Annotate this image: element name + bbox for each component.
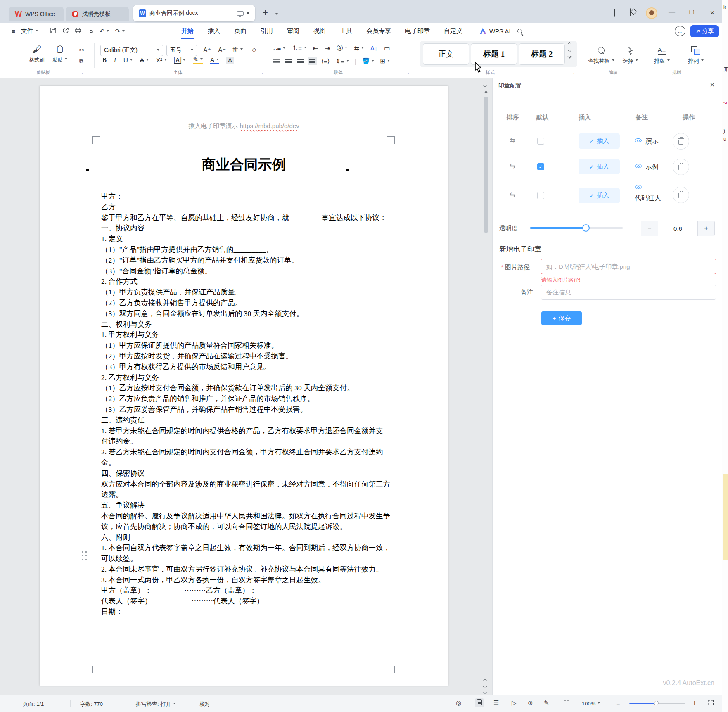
font-dialog-launcher[interactable]: ⌟ (261, 71, 263, 75)
strikethrough-button[interactable]: A (140, 57, 149, 64)
shading-icon[interactable]: 🪣 (362, 57, 375, 65)
tab-insert[interactable]: 插入 (201, 24, 227, 38)
3d-box-icon[interactable] (630, 9, 631, 16)
clear-format-icon[interactable]: ◇ (252, 46, 256, 53)
proofread-button[interactable]: 校对 (199, 700, 210, 708)
clipboard-dialog-launcher[interactable]: ⌟ (81, 71, 83, 75)
print-icon[interactable] (75, 27, 81, 35)
tab-eseal[interactable]: 电子印章 (398, 24, 437, 38)
doc-body[interactable]: 甲方：_________ 乙方：_________ 鉴于甲方和乙方在平等、自愿的… (101, 191, 403, 617)
save-button[interactable]: + 保存 (541, 311, 582, 325)
text-effects-icon[interactable]: 🄰 (174, 57, 186, 64)
font-size-select[interactable]: 五号 (166, 45, 197, 56)
print-preview-icon[interactable] (87, 27, 94, 35)
tab-member[interactable]: 会员专享 (359, 24, 398, 38)
tab-docer-templates[interactable]: 找稻壳模板 (66, 7, 129, 21)
style-normal[interactable]: 正文 (423, 43, 469, 65)
default-checkbox[interactable] (537, 138, 544, 145)
zoom-slider-thumb[interactable] (654, 701, 659, 705)
maximize-button[interactable]: ▢ (686, 8, 697, 15)
wps-ai-button[interactable]: WPS AI (480, 28, 511, 35)
note-input[interactable] (541, 285, 716, 300)
numbered-list-icon[interactable]: ⒈≡ (292, 44, 306, 52)
zoom-out-button[interactable]: − (616, 700, 620, 708)
transparency-value[interactable]: 0.6 (658, 221, 698, 236)
font-name-select[interactable]: Calibri (正文) (100, 45, 163, 56)
new-tab-button[interactable]: + (263, 7, 268, 18)
style-scroll-up-icon[interactable] (568, 42, 572, 46)
user-avatar[interactable] (646, 7, 657, 19)
reorder-icon[interactable]: ⇆ (508, 162, 517, 170)
increase-indent-icon[interactable]: ⇥ (325, 45, 330, 52)
delete-seal-button[interactable] (673, 133, 689, 150)
page-view-icon[interactable] (475, 698, 484, 707)
spellcheck-toggle[interactable]: 拼写检查: 打开 (136, 700, 175, 708)
save-icon[interactable] (50, 27, 57, 35)
bold-button[interactable]: B (102, 57, 107, 64)
reorder-icon[interactable]: ⇆ (508, 191, 517, 199)
slider-thumb[interactable] (582, 224, 590, 232)
style-more-icon[interactable] (568, 55, 572, 59)
tab-list-caret[interactable] (273, 11, 278, 18)
reader-view-icon[interactable]: ▷ (512, 699, 517, 707)
insert-seal-button[interactable]: ✓ 插入 (579, 133, 620, 149)
tab-page[interactable]: 页面 (227, 24, 254, 38)
default-checkbox[interactable] (537, 192, 544, 199)
undo-icon[interactable]: ↶ (100, 28, 109, 35)
tab-review[interactable]: 审阅 (280, 24, 306, 38)
cut-icon[interactable]: ✂ (79, 47, 84, 53)
decrease-indent-icon[interactable]: ⇤ (313, 45, 318, 52)
focus-mode-icon[interactable]: ◎ (456, 699, 461, 707)
zoom-level[interactable]: 100% (582, 700, 600, 707)
align-right-icon[interactable] (297, 59, 304, 64)
typeset-button[interactable]: A≡ 排版 (648, 43, 676, 65)
italic-button[interactable]: I (114, 57, 116, 64)
borders-icon[interactable]: ⊞ (380, 57, 390, 65)
increase-button[interactable]: + (698, 221, 714, 236)
ink-icon[interactable]: ✎ (544, 699, 549, 707)
document-page[interactable]: 插入电子印章演示 https://mbd.pub/o/dev 商业合同示例 甲方… (40, 86, 448, 686)
word-count[interactable]: 字数: 770 (80, 700, 103, 708)
preview-eye-icon[interactable] (635, 138, 642, 142)
distribute-icon[interactable]: ⟨≡⟩ (321, 57, 330, 65)
align-left-icon[interactable] (273, 59, 280, 64)
share-button[interactable]: ↗ 分享 (690, 25, 719, 37)
zoom-in-button[interactable]: + (692, 699, 697, 707)
scroll-up-icon[interactable] (484, 88, 488, 93)
copy-icon[interactable]: ⧉ (79, 58, 83, 65)
web-view-icon[interactable]: ⊕ (528, 699, 533, 707)
export-icon[interactable] (62, 27, 69, 35)
select-button[interactable]: 选择 (618, 43, 643, 65)
vertical-scrollbar[interactable] (480, 78, 492, 695)
search-icon[interactable] (517, 29, 522, 33)
panel-close-icon[interactable]: × (710, 80, 715, 90)
cloud-sync-icon[interactable]: … (675, 26, 685, 36)
fullscreen-icon[interactable] (708, 699, 714, 706)
align-center-icon[interactable] (285, 59, 292, 64)
reorder-icon[interactable]: ⇆ (508, 136, 517, 144)
tab-custom[interactable]: 自定义 (437, 24, 470, 38)
tab-tools[interactable]: 工具 (333, 24, 359, 38)
page-indicator[interactable]: 页面: 1/1 (23, 700, 44, 708)
image-path-input[interactable] (541, 259, 716, 274)
close-button[interactable]: × (707, 8, 718, 17)
delete-seal-button[interactable] (673, 159, 689, 175)
format-painter-button[interactable]: 🖌︎ 格式刷 (26, 43, 48, 64)
tab-view[interactable]: 视图 (306, 24, 333, 38)
scrollbar-thumb[interactable] (484, 97, 488, 233)
style-scroll-down-icon[interactable] (568, 48, 572, 52)
style-heading2[interactable]: 标题 2 (519, 43, 565, 65)
file-menu[interactable]: 文件 (21, 27, 38, 35)
text-direction-icon[interactable]: Ⓐ (337, 44, 347, 52)
font-color-icon[interactable]: A (210, 56, 219, 64)
device-sync-icon[interactable] (237, 11, 244, 16)
preview-eye-icon[interactable] (635, 164, 642, 168)
wrap-icon[interactable]: ⇆ (354, 45, 364, 52)
collapse-ruler-icon[interactable] (484, 81, 486, 88)
outline-view-icon[interactable]: ☰ (493, 699, 499, 707)
redo-icon[interactable]: ↷ (115, 28, 125, 35)
delete-seal-button[interactable] (673, 187, 689, 203)
fit-page-icon[interactable] (564, 699, 569, 706)
highlight-color-icon[interactable]: ✎ (193, 56, 203, 64)
tab-reference[interactable]: 引用 (254, 24, 280, 38)
